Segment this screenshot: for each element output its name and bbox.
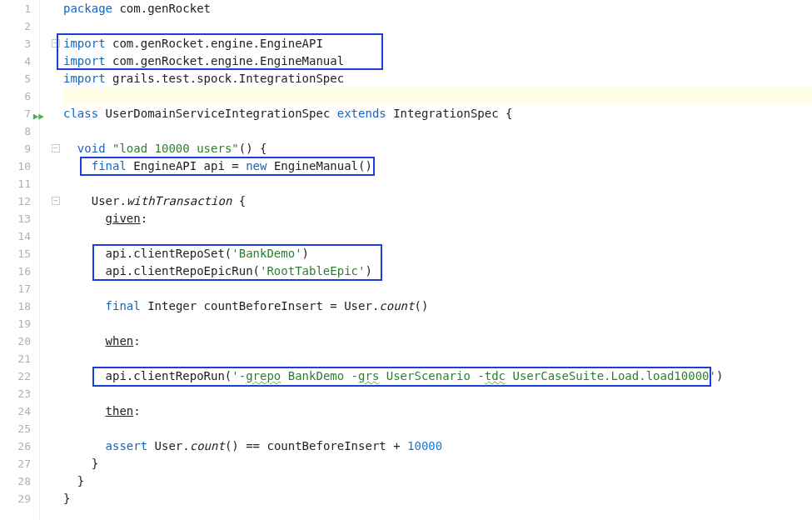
marker-column xyxy=(40,0,57,520)
line-number: 21 xyxy=(0,350,31,368)
line-number-gutter: 1 2 3 4 5 6 7▶▶ 8 9 10 11 12 13 14 15 16… xyxy=(0,0,40,520)
line-number: 12 xyxy=(0,192,31,210)
code-line[interactable]: −import com.genRocket.engine.EngineAPI xyxy=(63,35,812,52)
line-number: 13 xyxy=(0,210,31,228)
fold-icon[interactable]: − xyxy=(52,197,60,205)
code-content[interactable]: package com.genRocket −import com.genRoc… xyxy=(57,0,812,520)
code-line[interactable] xyxy=(63,385,812,402)
code-line[interactable]: } xyxy=(63,455,812,472)
code-line[interactable] xyxy=(63,88,812,105)
code-line[interactable] xyxy=(63,420,812,438)
code-line[interactable]: when: xyxy=(63,332,812,350)
code-line[interactable]: final EngineAPI api = new EngineManual() xyxy=(63,158,812,175)
line-number: 14 xyxy=(0,228,31,245)
line-number: 4 xyxy=(0,52,31,70)
line-number: 18 xyxy=(0,298,31,315)
code-line[interactable]: api.clientRepoRun('-grepo BankDemo -grs … xyxy=(63,368,812,385)
line-number: 10 xyxy=(0,158,31,175)
line-number: 17 xyxy=(0,280,31,298)
code-line[interactable]: given: xyxy=(63,210,812,228)
line-number: 8 xyxy=(0,122,31,140)
line-number: 20 xyxy=(0,332,31,350)
line-number: 3 xyxy=(0,35,31,52)
line-number: 5 xyxy=(0,70,31,88)
code-line[interactable] xyxy=(63,122,812,140)
code-line[interactable]: package com.genRocket xyxy=(63,0,812,18)
line-number: 9 xyxy=(0,140,31,158)
code-line[interactable] xyxy=(63,18,812,35)
line-number: 2 xyxy=(0,18,31,35)
line-number: 1 xyxy=(0,0,31,18)
code-line[interactable] xyxy=(63,175,812,192)
line-number: 15 xyxy=(0,245,31,262)
code-line[interactable]: api.clientRepoEpicRun('RootTableEpic') xyxy=(63,262,812,280)
code-line[interactable]: assert User.count() == countBeforeInsert… xyxy=(63,438,812,455)
code-line[interactable] xyxy=(63,228,812,245)
code-line[interactable] xyxy=(63,280,812,298)
code-line[interactable]: − User.withTransaction { xyxy=(63,192,812,210)
line-number: 25 xyxy=(0,420,31,438)
line-number: 28 xyxy=(0,472,31,490)
code-line[interactable]: import grails.test.spock.IntegrationSpec xyxy=(63,70,812,88)
code-line[interactable]: } xyxy=(63,472,812,490)
code-line[interactable] xyxy=(63,315,812,332)
fold-icon[interactable]: − xyxy=(52,39,60,48)
code-line[interactable]: import com.genRocket.engine.EngineManual xyxy=(63,52,812,70)
code-line[interactable]: } xyxy=(63,490,812,508)
code-line[interactable]: class UserDomainServiceIntegrationSpec e… xyxy=(63,105,812,122)
line-number: 24 xyxy=(0,402,31,420)
line-number: 27 xyxy=(0,455,31,472)
line-number: 7▶▶ xyxy=(0,105,31,122)
code-line[interactable] xyxy=(63,350,812,368)
line-number: 23 xyxy=(0,385,31,402)
code-line[interactable]: final Integer countBeforeInsert = User.c… xyxy=(63,298,812,315)
line-number: 6 xyxy=(0,88,31,105)
code-editor: 1 2 3 4 5 6 7▶▶ 8 9 10 11 12 13 14 15 16… xyxy=(0,0,812,520)
fold-icon[interactable]: − xyxy=(52,144,60,152)
line-number: 26 xyxy=(0,438,31,455)
line-number: 22 xyxy=(0,368,31,385)
code-line[interactable]: − void "load 10000 users"() { xyxy=(63,140,812,158)
line-number: 19 xyxy=(0,315,31,332)
code-line[interactable]: then: xyxy=(63,402,812,420)
line-number: 11 xyxy=(0,175,31,192)
line-number: 16 xyxy=(0,262,31,280)
code-line[interactable]: api.clientRepoSet('BankDemo') xyxy=(63,245,812,262)
line-number: 29 xyxy=(0,490,31,508)
